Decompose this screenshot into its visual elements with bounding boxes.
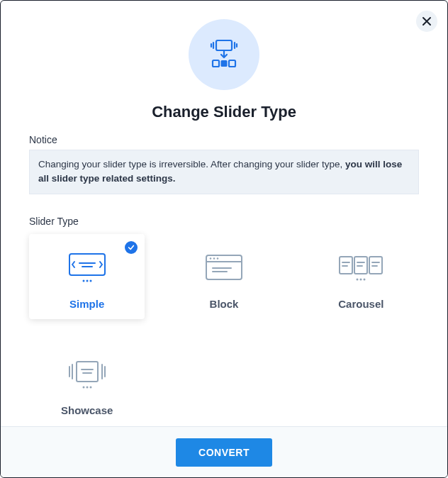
option-simple-label: Simple (69, 298, 104, 310)
svg-rect-29 (77, 362, 98, 382)
option-showcase-label: Showcase (61, 404, 113, 416)
selected-indicator (125, 241, 138, 254)
svg-point-14 (217, 257, 219, 260)
carousel-slider-icon (333, 248, 388, 288)
option-showcase[interactable]: Showcase (29, 340, 145, 426)
svg-rect-18 (354, 257, 367, 274)
svg-point-12 (210, 257, 212, 260)
svg-point-28 (364, 279, 366, 281)
convert-button[interactable]: CONVERT (176, 438, 272, 467)
block-slider-icon (198, 248, 250, 288)
notice-label: Notice (29, 134, 419, 145)
option-carousel-label: Carousel (338, 298, 383, 310)
option-block-label: Block (210, 298, 239, 310)
modal-footer: CONVERT (1, 426, 447, 477)
svg-point-32 (82, 387, 84, 389)
slider-type-label: Slider Type (29, 216, 419, 227)
svg-point-13 (213, 257, 215, 260)
notice-box: Changing your slider type is irreversibl… (29, 150, 419, 194)
svg-rect-4 (69, 254, 105, 275)
svg-point-27 (360, 279, 362, 281)
close-icon (422, 16, 432, 26)
check-icon (128, 241, 135, 254)
svg-rect-3 (229, 60, 235, 67)
option-block[interactable]: Block (166, 234, 281, 319)
svg-point-33 (86, 387, 88, 389)
svg-point-9 (89, 280, 91, 282)
modal-content: Change Slider Type Notice Changing your … (1, 1, 447, 426)
slider-type-options: Simple Block (29, 234, 419, 426)
option-carousel[interactable]: Carousel (303, 234, 419, 319)
modal-title: Change Slider Type (29, 103, 419, 121)
change-slider-type-modal: Change Slider Type Notice Changing your … (0, 0, 448, 478)
svg-rect-2 (221, 60, 228, 67)
option-simple[interactable]: Simple (29, 234, 145, 319)
svg-point-26 (357, 279, 359, 281)
showcase-slider-icon (60, 355, 115, 394)
svg-rect-17 (340, 257, 352, 274)
svg-rect-1 (213, 60, 219, 67)
change-slider-type-icon (189, 19, 259, 90)
simple-slider-icon (62, 248, 113, 288)
svg-rect-0 (216, 40, 232, 50)
notice-text-a: Changing your slider type is irreversibl… (38, 159, 345, 169)
svg-point-7 (82, 280, 84, 282)
svg-rect-19 (369, 257, 382, 274)
svg-point-8 (86, 280, 88, 282)
svg-point-34 (89, 387, 91, 389)
close-button[interactable] (416, 11, 437, 32)
